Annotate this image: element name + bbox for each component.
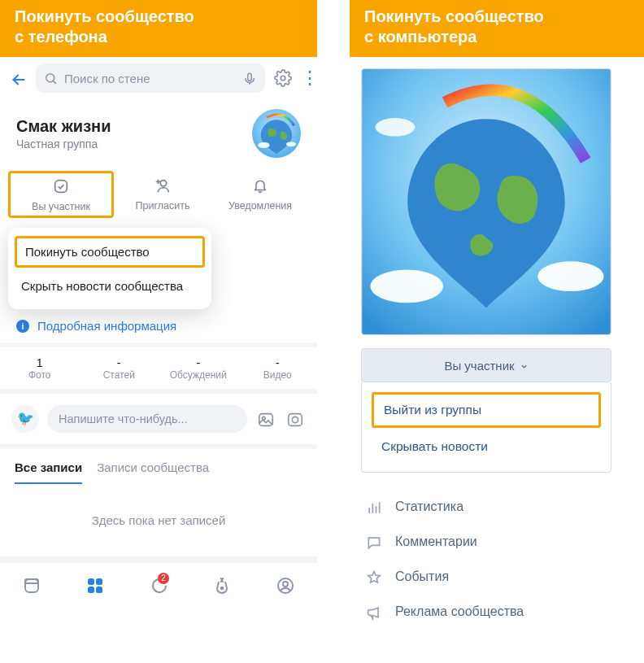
svg-point-0 bbox=[46, 74, 54, 82]
group-avatar-large[interactable] bbox=[361, 68, 611, 335]
svg-rect-1 bbox=[248, 73, 252, 81]
member-button-label: Вы участник bbox=[444, 359, 514, 373]
invite-action[interactable]: Пригласить bbox=[114, 176, 211, 213]
chevron-down-icon bbox=[520, 359, 529, 373]
svg-rect-6 bbox=[55, 181, 67, 193]
comment-icon bbox=[364, 532, 384, 551]
dropdown-leave-group[interactable]: Выйти из группы bbox=[372, 392, 601, 428]
stat-photo[interactable]: 1 Фото bbox=[0, 347, 80, 389]
menu-leave-community[interactable]: Покинуть сообщество bbox=[15, 236, 205, 268]
group-title: Смак жизни bbox=[16, 117, 252, 136]
detail-info-link[interactable]: i Подробная информация bbox=[0, 309, 317, 342]
star-icon bbox=[364, 567, 384, 586]
link-events-label: События bbox=[395, 569, 449, 584]
back-icon[interactable] bbox=[8, 67, 29, 89]
stat-label: Фото bbox=[0, 369, 80, 381]
stat-video[interactable]: - Видео bbox=[238, 347, 318, 389]
svg-point-20 bbox=[283, 582, 288, 587]
svg-rect-8 bbox=[259, 414, 273, 426]
compose-input[interactable]: Напишите что-нибудь... bbox=[47, 405, 247, 433]
banner-left: Покинуть сообществос телефона bbox=[0, 0, 317, 57]
invite-action-label: Пригласить bbox=[136, 200, 190, 212]
member-action-label: Вы участник bbox=[32, 201, 90, 212]
stat-label: Обсуждений bbox=[159, 369, 238, 381]
svg-point-4 bbox=[258, 142, 269, 148]
member-dropdown: Выйти из группы Скрывать новости bbox=[361, 382, 611, 473]
member-button[interactable]: Вы участник bbox=[361, 348, 611, 382]
link-comments[interactable]: Комментарии bbox=[361, 524, 620, 559]
svg-point-22 bbox=[370, 270, 443, 303]
nav-messages-icon[interactable]: 2 bbox=[127, 574, 190, 595]
svg-point-23 bbox=[537, 261, 604, 291]
user-avatar[interactable]: 🐦 bbox=[11, 405, 39, 433]
messages-badge: 2 bbox=[158, 573, 169, 584]
svg-rect-10 bbox=[289, 414, 302, 426]
svg-rect-13 bbox=[25, 579, 38, 583]
stat-label: Видео bbox=[238, 369, 318, 381]
member-dropdown-menu: Покинуть сообщество Скрыть новости сообщ… bbox=[8, 228, 211, 309]
svg-point-2 bbox=[281, 76, 285, 81]
photo-icon[interactable] bbox=[255, 409, 276, 429]
nav-clips-icon[interactable] bbox=[190, 574, 254, 595]
svg-point-11 bbox=[292, 417, 298, 422]
svg-rect-12 bbox=[25, 579, 38, 592]
svg-rect-16 bbox=[88, 587, 94, 593]
banner-right: Покинуть сообществос компьютера bbox=[350, 0, 644, 57]
megaphone-icon bbox=[364, 602, 384, 621]
svg-point-18 bbox=[221, 587, 224, 590]
svg-rect-14 bbox=[88, 578, 94, 585]
link-comments-label: Комментарии bbox=[395, 534, 477, 549]
stat-value: 1 bbox=[0, 355, 80, 369]
add-user-icon bbox=[154, 176, 172, 195]
stat-value: - bbox=[159, 355, 238, 369]
group-subtitle: Частная группа bbox=[16, 137, 252, 150]
gear-icon[interactable] bbox=[272, 69, 294, 87]
link-events[interactable]: События bbox=[361, 559, 620, 594]
detail-info-label: Подробная информация bbox=[37, 319, 176, 333]
svg-rect-15 bbox=[96, 578, 102, 585]
svg-point-7 bbox=[160, 181, 166, 186]
menu-hide-news[interactable]: Скрыть новости сообщества bbox=[8, 271, 211, 301]
nav-hub-icon[interactable] bbox=[63, 574, 127, 595]
tab-all-posts[interactable]: Все записи bbox=[15, 460, 82, 484]
svg-point-24 bbox=[375, 118, 415, 136]
notify-action[interactable]: Уведомления bbox=[211, 176, 309, 213]
link-ads[interactable]: Реклама сообщества bbox=[361, 594, 620, 629]
stat-articles[interactable]: - Статей bbox=[80, 347, 159, 389]
svg-point-5 bbox=[286, 142, 296, 146]
empty-state: Здесь пока нет записей bbox=[0, 484, 317, 563]
nav-news-icon[interactable] bbox=[0, 574, 63, 595]
check-badge-icon bbox=[52, 177, 70, 196]
search-placeholder: Поиск по стене bbox=[64, 72, 150, 85]
link-ads-label: Реклама сообщества bbox=[395, 604, 524, 619]
link-stats[interactable]: Статистика bbox=[361, 489, 620, 524]
link-stats-label: Статистика bbox=[395, 499, 463, 514]
search-icon bbox=[44, 71, 58, 86]
svg-rect-17 bbox=[96, 587, 102, 593]
stat-value: - bbox=[238, 355, 318, 369]
search-input[interactable]: Поиск по стене bbox=[36, 63, 265, 93]
group-avatar[interactable] bbox=[252, 109, 301, 158]
tab-community-posts[interactable]: Записи сообщества bbox=[97, 460, 209, 484]
stat-value: - bbox=[80, 355, 159, 369]
more-icon[interactable]: ⋮ bbox=[301, 68, 309, 89]
stat-discussions[interactable]: - Обсуждений bbox=[159, 347, 238, 389]
bar-chart-icon bbox=[364, 497, 384, 516]
dropdown-hide-news[interactable]: Скрывать новости bbox=[372, 431, 601, 462]
info-icon: i bbox=[16, 320, 29, 333]
member-action[interactable]: Вы участник bbox=[8, 171, 114, 218]
camera-icon[interactable] bbox=[285, 409, 306, 429]
stat-label: Статей bbox=[80, 369, 159, 381]
bell-icon bbox=[252, 176, 268, 195]
nav-profile-icon[interactable] bbox=[254, 574, 317, 595]
mic-icon[interactable] bbox=[242, 70, 257, 85]
notify-action-label: Уведомления bbox=[228, 200, 292, 212]
stats-row: 1 Фото - Статей - Обсуждений - Видео bbox=[0, 342, 317, 394]
